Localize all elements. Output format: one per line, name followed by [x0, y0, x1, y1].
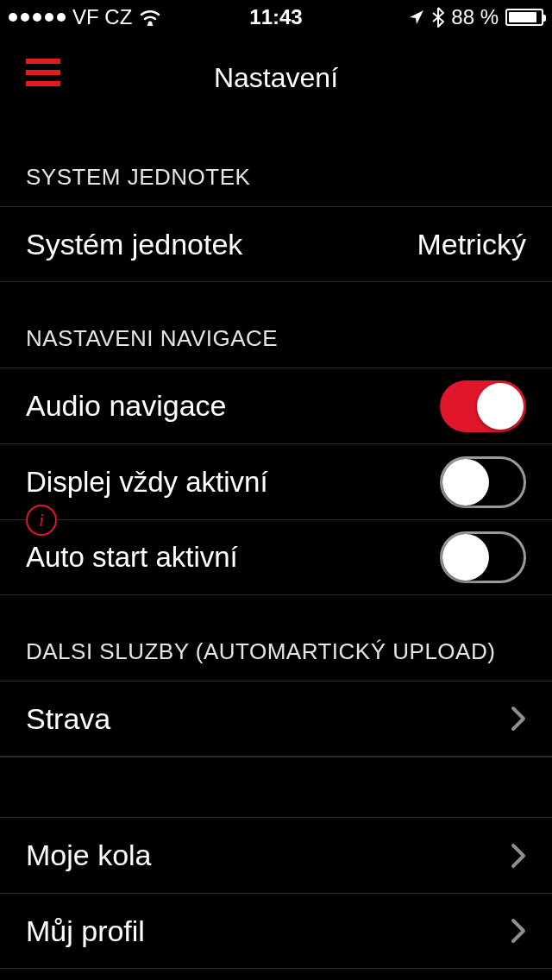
svg-point-0 [148, 22, 153, 26]
toggle-display-always-on[interactable] [440, 456, 526, 508]
toggle-auto-start[interactable] [440, 531, 526, 583]
battery-percent: 88 % [451, 5, 499, 29]
menu-button[interactable] [26, 59, 60, 86]
section-header-services: DALSI SLUZBY (AUTOMARTICKÝ UPLOAD) [0, 595, 552, 681]
carrier-label: VF CZ [72, 5, 132, 29]
settings-content: SYSTEM JEDNOTEK Systém jednotek Metrický… [0, 121, 552, 969]
row-label: Strava [26, 702, 110, 736]
section-header-units: SYSTEM JEDNOTEK [0, 121, 552, 206]
row-value: Metrický [417, 228, 526, 261]
hamburger-icon [26, 59, 60, 64]
row-label: Můj profil [26, 914, 145, 948]
toggle-knob [442, 459, 489, 506]
section-header-navigation: NASTAVENI NAVIGACE [0, 282, 552, 368]
row-label: Moje kola [26, 839, 152, 872]
navbar: Nastavení [0, 35, 552, 121]
row-auto-start: i Auto start aktivní [0, 519, 552, 595]
row-label: Audio navigace [26, 389, 227, 423]
row-label: Auto start aktivní [26, 541, 238, 574]
battery-icon [505, 9, 543, 26]
status-left: VF CZ [9, 5, 161, 29]
info-icon[interactable]: i [26, 505, 57, 536]
row-label: Systém jednotek [26, 228, 242, 261]
row-my-profile[interactable]: Můj profil [0, 893, 552, 969]
chevron-right-icon [511, 843, 526, 869]
status-time: 11:43 [249, 5, 302, 29]
toggle-knob [442, 534, 489, 581]
signal-strength-icon [9, 13, 66, 22]
row-audio-navigation: Audio navigace [0, 368, 552, 443]
toggle-audio-navigation[interactable] [440, 380, 526, 432]
chevron-right-icon [511, 918, 526, 944]
row-display-always-on: Displej vždy aktivní [0, 443, 552, 519]
battery-fill [509, 12, 536, 22]
location-icon [408, 9, 425, 26]
wifi-icon [139, 9, 161, 26]
row-my-bikes[interactable]: Moje kola [0, 817, 552, 893]
row-units-system[interactable]: Systém jednotek Metrický [0, 206, 552, 282]
status-right: 88 % [408, 5, 543, 29]
status-bar: VF CZ 11:43 88 % [0, 0, 552, 35]
row-strava[interactable]: Strava [0, 681, 552, 757]
bluetooth-icon [432, 7, 444, 28]
row-label: Displej vždy aktivní [26, 466, 268, 499]
chevron-right-icon [511, 706, 526, 732]
page-title: Nastavení [214, 62, 338, 94]
section-gap [0, 757, 552, 817]
toggle-knob [477, 383, 524, 430]
